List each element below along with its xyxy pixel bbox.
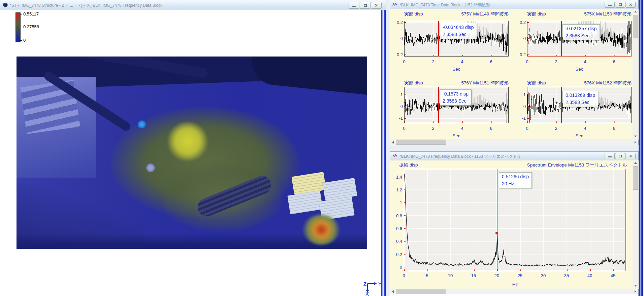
tooltip-value: -0.021357 disp [566, 25, 597, 32]
frequency-vertical-scroll-thumb[interactable] [633, 166, 638, 190]
plot4-ytick: 1 [514, 92, 526, 97]
spectrum-cursor[interactable] [497, 169, 497, 271]
legend-tick-min [20, 40, 22, 41]
tooltip-time: 2.3583 Sec [443, 98, 469, 105]
plot3-cursor[interactable] [438, 87, 439, 123]
restore-icon [364, 4, 367, 7]
structure-window-title: *STR: IMG_7478 Structure - Z ビュー - [ト図] … [10, 3, 340, 8]
contour-color-legend [15, 12, 21, 42]
plot3-tooltip: -0.1573 disp 2.3583 Sec [440, 89, 472, 106]
plot2-xlabel: Sec [573, 67, 586, 72]
plot2-ytick: 0.2 [514, 20, 526, 25]
time-horizontal-scroll-thumb[interactable] [396, 140, 446, 145]
frequency-maximize-button[interactable] [615, 153, 625, 159]
spectrum-ytick: 0 [391, 265, 402, 270]
spectrum-xtick: 25 [516, 273, 524, 278]
time-scroll-up-arrow[interactable] [633, 9, 638, 14]
spectrum-title: Spectrum Envelope M#1153 フーリエスペクトル [498, 162, 627, 168]
close-icon: × [629, 2, 632, 7]
frequency-scroll-down-arrow[interactable] [633, 283, 638, 289]
spectrum-xtick: 40 [585, 273, 594, 278]
frequency-horizontal-scroll-thumb[interactable] [396, 289, 446, 294]
plot4-ylabel: 実部 disp [527, 80, 546, 86]
frequency-scroll-up-arrow[interactable] [633, 160, 638, 165]
plot2-ytick: -0.2 [514, 52, 526, 57]
plot2-ytick: 0 [514, 36, 526, 41]
plot3-title: 576Y M#1151 時間波形 [441, 80, 509, 86]
xtick: 6 [487, 126, 495, 131]
spectrum-ytick: 0.8 [391, 213, 402, 218]
spectrum-xtick: 15 [469, 273, 478, 278]
tooltip-frequency: 20 Hz [502, 180, 529, 187]
plot2-ylabel: 実部 disp [527, 11, 546, 17]
plot1-ytick: -0.2 [391, 52, 403, 57]
frequency-scroll-left-arrow[interactable] [390, 289, 395, 294]
time-window-titlebar[interactable]: *BLK: IMG_7478 Time Data Block - 1152 時間… [390, 0, 638, 9]
xtick: 4 [581, 59, 589, 64]
time-scroll-right-arrow[interactable] [633, 139, 638, 145]
structure-window: *STR: IMG_7478 Structure - Z ビュー - [ト図] … [0, 0, 386, 296]
plot1-ytick: 0 [391, 36, 403, 41]
structure-restore-button[interactable] [360, 2, 371, 9]
battery-label [287, 191, 323, 215]
plot2-cursor[interactable] [561, 21, 562, 57]
spectrum-xtick: 20 [492, 273, 501, 278]
plot4-cursor[interactable] [561, 87, 562, 123]
xtick: 4 [458, 59, 466, 64]
plot1-tooltip: -0.034643 disp 2.3583 Sec [440, 23, 477, 39]
xtick: 6 [610, 126, 618, 131]
frequency-minimize-button[interactable] [605, 153, 615, 159]
structure-titlebar[interactable]: *STR: IMG_7478 Structure - Z ビュー - [ト図] … [0, 0, 386, 10]
plot1-ylabel: 実部 disp [404, 11, 423, 17]
maximize-icon [619, 155, 622, 157]
tooltip-time: 2.3583 Sec [566, 99, 595, 106]
spectrum-ytick: 0.2 [391, 252, 402, 257]
plot1-title: 575Y M#1149 時間波形 [441, 11, 509, 17]
triad-x-label: X [365, 291, 369, 296]
axis-triad-icon: Z Y X [361, 279, 382, 296]
structure-minimize-button[interactable] [349, 2, 359, 9]
spectrum-ytick: 0.6 [391, 226, 402, 231]
hood-corner [252, 57, 367, 98]
tooltip-value: 0.51266 disp [502, 173, 529, 180]
time-scroll-down-arrow[interactable] [633, 134, 638, 139]
plot4-ytick: -1 [514, 116, 526, 121]
spectrum-ytick: 1 [391, 200, 402, 205]
xtick: 4 [458, 126, 466, 131]
plot1-cursor[interactable] [438, 21, 439, 57]
time-minimize-button[interactable] [605, 2, 615, 8]
spectrum-xlabel: Hz [508, 282, 522, 287]
plot4-ytick: 0 [514, 104, 526, 109]
frequency-close-button[interactable]: × [625, 153, 636, 159]
plot4-xlabel: Sec [573, 133, 586, 138]
time-scroll-left-arrow[interactable] [390, 139, 395, 145]
tooltip-time: 2.3583 Sec [566, 32, 597, 39]
spectrum-xtick: 45 [609, 273, 617, 278]
tooltip-time: 2.3583 Sec [443, 31, 474, 38]
plot2-title: 575X M#1150 時間波形 [564, 11, 632, 17]
time-vertical-scroll-thumb[interactable] [633, 15, 638, 38]
frequency-window-titlebar[interactable]: *BLK: IMG_7478 Frequency Data Block - 11… [390, 152, 638, 161]
time-close-button[interactable]: × [625, 2, 636, 8]
structure-close-button[interactable]: × [371, 2, 382, 9]
plot3-ytick: 1 [391, 92, 403, 97]
xtick: 6 [487, 59, 495, 64]
radiator-cap [146, 163, 155, 172]
xtick: 0 [400, 126, 409, 131]
desktop: *STR: IMG_7478 Structure - Z ビュー - [ト図] … [0, 0, 644, 296]
spectrum-ylabel: 振幅 disp [399, 162, 418, 168]
xtick: 0 [523, 126, 532, 131]
minimize-icon [608, 5, 612, 6]
plot3-xlabel: Sec [450, 133, 463, 138]
svg-text:Z: Z [363, 281, 366, 287]
time-window-title: *BLK: IMG_7478 Time Data Block - 1152 時間… [399, 2, 595, 8]
plot1-xlabel: Sec [450, 67, 463, 72]
spectrum-xtick: 0 [399, 273, 408, 278]
waveform-icon [392, 3, 398, 7]
structure-deformation-view[interactable] [17, 57, 367, 249]
cube-icon [3, 3, 8, 7]
plot1-ytick: 0.2 [391, 20, 403, 25]
frequency-scroll-right-arrow[interactable] [633, 289, 638, 294]
legend-tick-max [20, 14, 22, 14]
time-maximize-button[interactable] [615, 2, 625, 8]
